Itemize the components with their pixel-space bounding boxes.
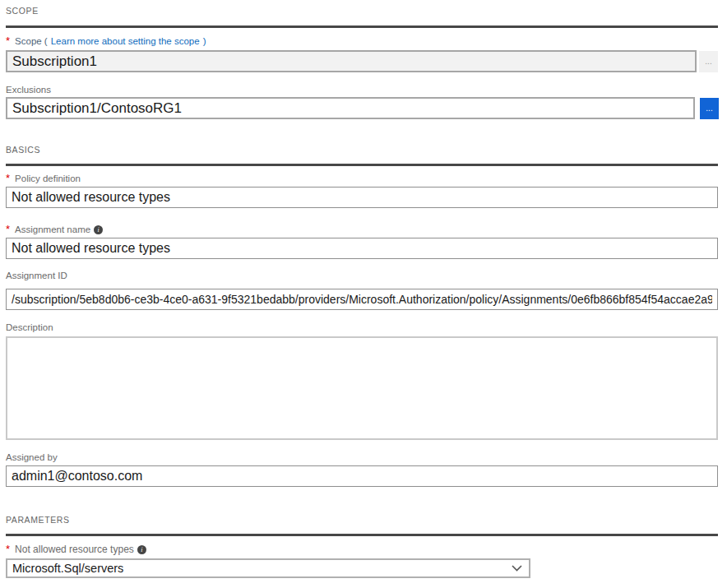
- exclusions-label-text: Exclusions: [6, 85, 51, 95]
- scope-section-header: SCOPE: [6, 6, 39, 16]
- scope-browse-button[interactable]: ...: [699, 51, 718, 72]
- assignment-name-label-text: Assignment name: [15, 225, 90, 234]
- scope-input[interactable]: [6, 50, 697, 72]
- parameters-section-divider: [6, 534, 718, 536]
- required-asterisk: *: [6, 37, 10, 45]
- exclusions-browse-button[interactable]: ...: [700, 98, 719, 119]
- assignment-id-field-label: Assignment ID: [6, 271, 67, 280]
- not-allowed-resource-types-field-label: *Not allowed resource types i: [6, 544, 146, 555]
- not-allowed-resource-types-select[interactable]: Microsoft.Sql/servers: [6, 558, 530, 578]
- assigned-by-input[interactable]: [6, 465, 718, 487]
- assignment-name-input[interactable]: [6, 238, 718, 259]
- scope-section-divider: [6, 25, 718, 28]
- not-allowed-resource-types-label-text: Not allowed resource types: [15, 544, 134, 555]
- description-textarea[interactable]: [6, 336, 718, 440]
- assigned-by-label-text: Assigned by: [6, 452, 58, 462]
- assignment-name-field-label: *Assignment name i: [6, 225, 103, 234]
- exclusions-field-label: Exclusions: [6, 85, 51, 95]
- description-label-text: Description: [6, 322, 53, 332]
- exclusions-input[interactable]: [6, 97, 695, 119]
- assignment-id-input[interactable]: [6, 289, 718, 310]
- required-asterisk: *: [6, 225, 10, 234]
- scope-label-text: Scope (: [15, 36, 48, 46]
- learn-more-scope-link[interactable]: Learn more about setting the scope: [51, 36, 200, 46]
- assignment-id-label-text: Assignment ID: [6, 271, 67, 280]
- policy-definition-input[interactable]: [6, 187, 718, 208]
- parameters-section-header: PARAMETERS: [6, 515, 70, 525]
- scope-field-label: *Scope (Learn more about setting the sco…: [6, 36, 206, 46]
- selected-resource-type: Microsoft.Sql/servers: [12, 562, 123, 575]
- required-asterisk: *: [6, 545, 10, 553]
- info-icon[interactable]: i: [137, 545, 146, 554]
- required-asterisk: *: [6, 174, 10, 183]
- basics-section-divider: [6, 164, 718, 166]
- description-field-label: Description: [6, 322, 53, 332]
- basics-section-header: BASICS: [6, 145, 40, 155]
- assigned-by-field-label: Assigned by: [6, 452, 58, 462]
- scope-label-suffix: ): [203, 36, 206, 46]
- policy-assignment-form: SCOPE *Scope (Learn more about setting t…: [0, 0, 727, 588]
- info-icon[interactable]: i: [94, 225, 103, 234]
- policy-definition-field-label: *Policy definition: [6, 174, 81, 183]
- chevron-down-icon: [512, 565, 522, 572]
- policy-definition-label-text: Policy definition: [15, 174, 81, 183]
